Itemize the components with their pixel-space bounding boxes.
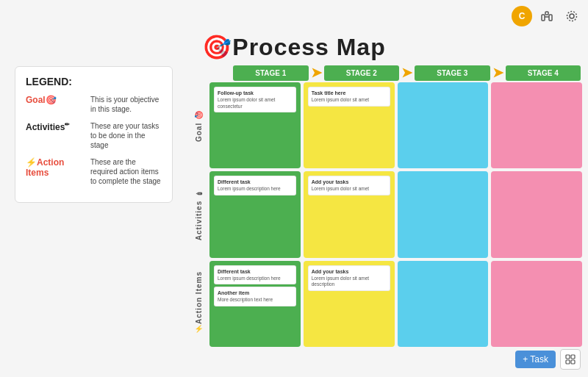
arrow-1-2: ➤ [311,65,322,81]
stages-header-row: STAGE 1 ➤ STAGE 2 ➤ STAGE 3 ➤ STAGE 4 [187,65,582,81]
stage-1-header: STAGE 1 [233,65,309,81]
row-label-goal: Goal 🎯 [187,82,209,170]
cell-goal-stage1[interactable]: Follow-up task Lorem ipsum dolor sit ame… [209,82,301,168]
legend-activities-desc: These are your tasks to be done in the s… [90,121,162,150]
grid-row-action-items: Different task Lorem ipsum description h… [209,261,582,347]
share-icon[interactable] [537,6,557,26]
legend-item-activities: Activities✏ These are your tasks to be d… [26,121,162,150]
stage-2-header: STAGE 2 [324,65,400,81]
cell-goal-stage4[interactable] [491,82,582,168]
legend-action-label: ⚡Action Items [26,157,85,178]
legend-goal-desc: This is your objective in this stage. [90,95,162,114]
arrow-3-4: ➤ [492,65,503,81]
legend-activities-label: Activities✏ [26,121,85,132]
page-title: 🎯Process Map [0,0,588,61]
mini-card: Different task Lorem ipsum description h… [214,265,296,285]
add-task-button[interactable]: + Task [515,351,556,368]
legend: LEGEND: Goal🎯 This is your objective in … [15,66,173,203]
cell-activities-stage2[interactable]: Add your tasks Lorem ipsum dolor sit ame… [304,171,395,257]
title-emoji: 🎯 [202,34,232,60]
avatar[interactable]: C [512,6,532,26]
mini-card: Task title here Lorem ipsum dolor sit am… [308,87,390,107]
mini-card: Follow-up task Lorem ipsum dolor sit ame… [214,87,296,112]
settings-icon[interactable] [562,6,582,26]
grid-cols: Follow-up task Lorem ipsum dolor sit ame… [209,82,582,347]
header-icons: C [512,6,582,26]
grid-row-goal: Follow-up task Lorem ipsum dolor sit ame… [209,82,582,168]
svg-rect-0 [542,15,545,21]
row-labels: Goal 🎯 Activities ✏ ⚡Action Items [187,82,209,347]
add-task-label: + Task [523,354,548,365]
grid-view-button[interactable] [560,349,581,370]
mini-card: Different task Lorem ipsum description h… [214,176,296,195]
arrow-2-3: ➤ [401,65,412,81]
cell-goal-stage2[interactable]: Task title here Lorem ipsum dolor sit am… [304,82,395,168]
cell-action-stage4[interactable] [491,261,582,347]
svg-rect-8 [571,360,575,364]
legend-title: LEGEND: [26,76,162,87]
cell-action-stage3[interactable] [398,261,489,347]
mini-card: Add your tasks Lorem ipsum dolor sit ame… [308,176,390,195]
cell-goal-stage3[interactable] [398,82,489,168]
legend-item-goal: Goal🎯 This is your objective in this sta… [26,95,162,114]
stage-4-header: STAGE 4 [506,65,581,81]
grid-row-activities: Different task Lorem ipsum description h… [209,171,582,257]
svg-rect-5 [566,355,570,359]
cell-activities-stage3[interactable] [398,171,489,257]
svg-rect-6 [571,355,575,359]
cell-activities-stage1[interactable]: Different task Lorem ipsum description h… [209,171,301,257]
row-label-action-items: ⚡Action Items [187,259,209,347]
cell-action-stage1[interactable]: Different task Lorem ipsum description h… [209,261,301,347]
svg-point-4 [567,12,577,21]
cell-action-stage2[interactable]: Add your tasks Lorem ipsum dolor sit ame… [304,261,395,347]
legend-item-action: ⚡Action Items These are the required act… [26,157,162,186]
cell-activities-stage4[interactable] [491,171,582,257]
bottom-toolbar: + Task [515,349,581,370]
legend-action-desc: These are the required action items to c… [90,157,162,186]
process-map: STAGE 1 ➤ STAGE 2 ➤ STAGE 3 ➤ STAGE 4 Go… [187,65,582,355]
mini-card: Add your tasks Lorem ipsum dolor sit ame… [308,265,390,291]
svg-rect-1 [549,15,552,21]
svg-point-3 [570,14,574,18]
mini-card: Another item More description text here [214,287,296,306]
row-label-activities: Activities ✏ [187,170,209,259]
legend-goal-label: Goal🎯 [26,95,85,105]
grid-container: Goal 🎯 Activities ✏ ⚡Action Items Follow… [187,82,582,347]
stage-3-header: STAGE 3 [415,65,490,81]
svg-rect-7 [566,360,570,364]
svg-rect-2 [545,12,548,15]
